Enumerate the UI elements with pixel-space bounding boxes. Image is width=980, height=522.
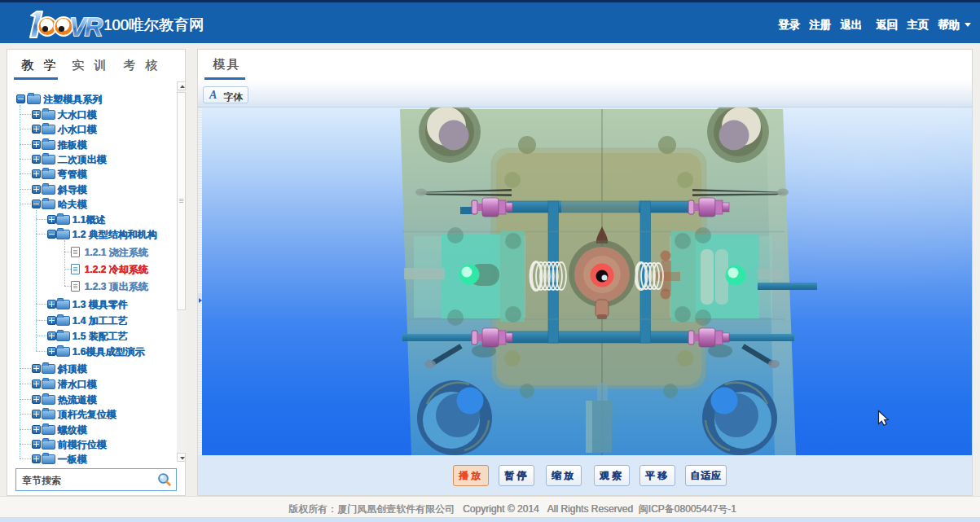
svg-text:VR: VR	[69, 13, 103, 42]
